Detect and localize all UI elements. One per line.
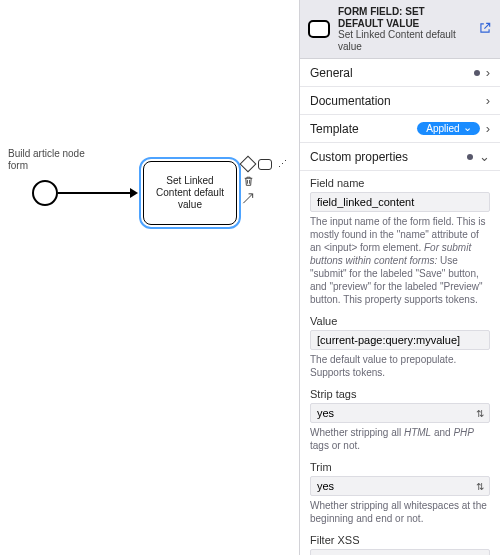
section-label: General <box>310 66 353 80</box>
field-name-group: Field name The input name of the form fi… <box>310 177 490 306</box>
trim-help: Whether stripping all whitespaces at the… <box>310 499 490 525</box>
task-type-icon <box>308 20 330 38</box>
custom-properties-body: Field name The input name of the form fi… <box>300 171 500 555</box>
chevron-down-icon: ⌄ <box>479 149 490 164</box>
header-title: Set Linked Content default value <box>338 29 470 52</box>
section-label: Template <box>310 122 359 136</box>
value-group: Value The default value to prepopulate. … <box>310 315 490 379</box>
filter-xss-group: Filter XSS Additionally filters out poss… <box>310 534 490 555</box>
field-label: Filter XSS <box>310 534 490 546</box>
start-event-label: Build article node form <box>8 148 88 171</box>
value-help: The default value to prepopulate. Suppor… <box>310 353 490 379</box>
properties-panel: FORM FIELD: SET DEFAULT VALUE Set Linked… <box>299 0 500 555</box>
bpmn-canvas[interactable]: Build article node form Set Linked Conte… <box>0 0 299 555</box>
append-annotation-icon[interactable]: ⋰ <box>275 157 289 171</box>
sequence-flow[interactable] <box>58 192 136 194</box>
delete-icon[interactable] <box>241 174 255 188</box>
field-name-help: The input name of the form field. This i… <box>310 215 490 306</box>
field-label: Strip tags <box>310 388 490 400</box>
section-label: Documentation <box>310 94 391 108</box>
header-overline: FORM FIELD: SET DEFAULT VALUE <box>338 6 470 29</box>
dot-icon <box>467 154 473 160</box>
trim-group: Trim Whether stripping all whitespaces a… <box>310 461 490 525</box>
filter-xss-select[interactable] <box>310 549 490 555</box>
field-label: Value <box>310 315 490 327</box>
chevron-right-icon: › <box>486 93 490 108</box>
connect-icon[interactable] <box>241 191 255 205</box>
section-documentation[interactable]: Documentation › <box>300 87 500 115</box>
task-node[interactable]: Set Linked Content default value <box>143 161 237 225</box>
section-template[interactable]: Template Applied › <box>300 115 500 143</box>
field-label: Field name <box>310 177 490 189</box>
start-event[interactable] <box>32 180 58 206</box>
dot-icon <box>474 70 480 76</box>
section-label: Custom properties <box>310 150 408 164</box>
strip-tags-help: Whether stripping all HTML and PHP tags … <box>310 426 490 452</box>
section-custom-properties[interactable]: Custom properties ⌄ <box>300 143 500 171</box>
chevron-right-icon: › <box>486 65 490 80</box>
chevron-right-icon: › <box>486 121 490 136</box>
append-gateway-icon[interactable] <box>241 157 255 171</box>
append-task-icon[interactable] <box>258 157 272 171</box>
open-external-icon[interactable] <box>478 21 492 37</box>
template-applied-badge[interactable]: Applied <box>417 122 479 135</box>
field-label: Trim <box>310 461 490 473</box>
value-input[interactable] <box>310 330 490 350</box>
task-node-label: Set Linked Content default value <box>148 175 232 211</box>
section-general[interactable]: General › <box>300 59 500 87</box>
strip-tags-select[interactable] <box>310 403 490 423</box>
panel-header: FORM FIELD: SET DEFAULT VALUE Set Linked… <box>300 0 500 59</box>
context-pad: ⋰ <box>241 157 293 208</box>
trim-select[interactable] <box>310 476 490 496</box>
strip-tags-group: Strip tags Whether stripping all HTML an… <box>310 388 490 452</box>
field-name-input[interactable] <box>310 192 490 212</box>
